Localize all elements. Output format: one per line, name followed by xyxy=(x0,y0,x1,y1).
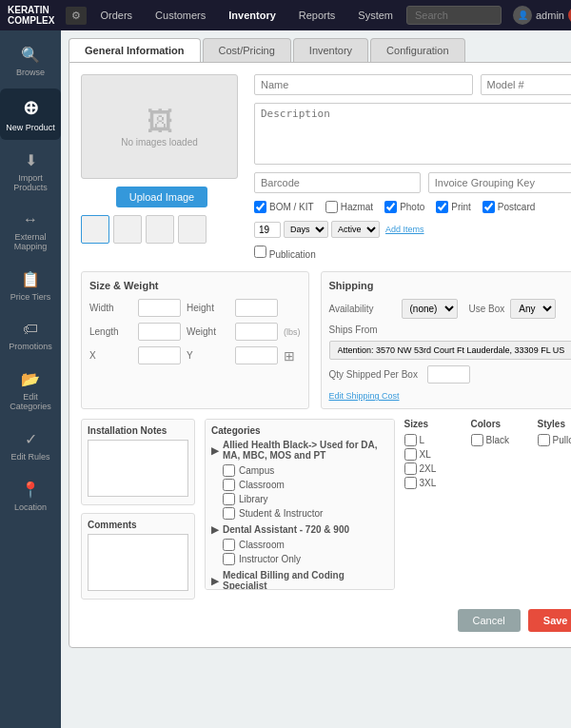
name-model-row xyxy=(254,74,571,95)
logo: KERATIN COMPLEX xyxy=(8,5,54,26)
arrow-icon-3: ▶ xyxy=(211,576,219,586)
nav-customers[interactable]: Customers xyxy=(146,6,215,25)
ships-from-select[interactable]: Attention: 3570 NW 53rd Court Ft Lauderd… xyxy=(329,341,572,360)
save-button[interactable]: Save xyxy=(528,609,571,632)
weight-input[interactable] xyxy=(235,323,278,341)
thumbnail-1[interactable] xyxy=(81,215,109,244)
length-weight-row: Length Weight (lbs) xyxy=(89,323,301,341)
comments-box: Comments xyxy=(81,513,195,600)
user-name: admin xyxy=(536,10,564,21)
thumbnail-3[interactable] xyxy=(146,215,174,244)
size-2XL[interactable]: 2XL xyxy=(404,462,462,476)
sidebar: 🔍 Browse ⊕ New Product ⬇ Import Products… xyxy=(0,30,61,728)
tab-bar: General Information Cost/Pricing Invento… xyxy=(69,38,571,62)
sidebar-item-import[interactable]: ⬇ Import Products xyxy=(0,144,61,200)
user-area: 👤 admin 10 xyxy=(513,6,571,25)
thumbnail-4[interactable] xyxy=(178,215,207,244)
x-input[interactable] xyxy=(138,346,181,364)
description-input[interactable] xyxy=(254,103,571,165)
qty-row: Qty Shipped Per Box xyxy=(329,365,572,384)
cat-instructor[interactable]: Instructor Only xyxy=(211,552,388,566)
width-input[interactable] xyxy=(138,299,181,317)
cat-student[interactable]: Student & Instructor xyxy=(211,506,388,521)
sidebar-item-browse[interactable]: 🔍 Browse xyxy=(0,38,61,85)
size-3XL[interactable]: 3XL xyxy=(404,476,462,490)
category-group-2: ▶ Dental Assistant - 720 & 900 xyxy=(211,524,388,535)
search-input[interactable] xyxy=(406,6,502,25)
cancel-button[interactable]: Cancel xyxy=(458,609,521,632)
use-box-select[interactable]: Any xyxy=(510,299,556,319)
tab-cost[interactable]: Cost/Pricing xyxy=(203,38,291,62)
fields-section: BOM / KIT Hazmat Photo Print Postcar xyxy=(254,74,571,260)
cat-campus[interactable]: Campus xyxy=(211,463,388,478)
height-input[interactable] xyxy=(235,299,278,317)
form-container: 🖼 No images loaded Upload Image xyxy=(69,62,571,648)
sidebar-item-external[interactable]: ↔ External Mapping xyxy=(0,204,61,259)
shipping-panel: Shipping Availability (none) Use Box Any… xyxy=(321,271,572,409)
size-weight-panel: Size & Weight Width Height Length Weight… xyxy=(81,271,309,409)
import-icon: ⬇ xyxy=(25,151,37,169)
comments-input[interactable] xyxy=(88,534,188,591)
availability-select[interactable]: (none) xyxy=(402,299,458,319)
days-input[interactable] xyxy=(254,222,281,238)
hazmat-checkbox[interactable]: Hazmat xyxy=(325,201,373,213)
top-nav: KERATIN COMPLEX ⚙ Orders Customers Inven… xyxy=(0,0,571,30)
print-checkbox[interactable]: Print xyxy=(436,201,471,213)
upload-image-button[interactable]: Upload Image xyxy=(116,187,208,207)
gear-button[interactable]: ⚙ xyxy=(66,7,87,25)
color-black[interactable]: Black xyxy=(471,433,528,447)
size-XL[interactable]: XL xyxy=(404,447,462,462)
qty-input[interactable] xyxy=(427,365,470,384)
bom-kit-checkbox[interactable]: BOM / KIT xyxy=(254,201,314,213)
styles-panel: Styles Pullover xyxy=(538,419,572,600)
nav-reports[interactable]: Reports xyxy=(289,6,345,25)
ships-from-row: Ships From Attention: 3570 NW 53rd Court… xyxy=(329,325,572,360)
promotions-icon: 🏷 xyxy=(23,321,38,338)
browse-icon: 🔍 xyxy=(21,46,40,64)
length-input[interactable] xyxy=(138,323,181,341)
cat-library[interactable]: Library xyxy=(211,492,388,506)
active-select[interactable]: Active xyxy=(331,221,380,238)
edit-shipping-link[interactable]: Edit Shipping Cost xyxy=(329,391,400,401)
price-icon: 📋 xyxy=(21,270,40,288)
tab-inventory[interactable]: Inventory xyxy=(293,38,368,62)
size-L[interactable]: L xyxy=(404,433,462,447)
sidebar-item-rules[interactable]: ✓ Edit Rules xyxy=(0,423,61,469)
name-input[interactable] xyxy=(254,74,473,95)
tab-configuration[interactable]: Configuration xyxy=(370,38,464,62)
publication-checkbox[interactable]: Publication xyxy=(254,246,316,260)
arrow-icon-1: ▶ xyxy=(211,445,219,456)
y-input[interactable] xyxy=(235,346,278,364)
thumbnail-2[interactable] xyxy=(113,215,142,244)
tab-general[interactable]: General Information xyxy=(69,38,201,62)
options-row: BOM / KIT Hazmat Photo Print Postcar xyxy=(254,201,571,213)
photo-checkbox[interactable]: Photo xyxy=(384,201,424,213)
postcard-checkbox[interactable]: Postcard xyxy=(482,201,535,213)
sidebar-item-categories[interactable]: 📂 Edit Categories xyxy=(0,363,61,419)
cat-classroom-2[interactable]: Classroom xyxy=(211,538,388,552)
model-input[interactable] xyxy=(481,74,572,95)
image-section: 🖼 No images loaded Upload Image xyxy=(81,74,243,260)
thumbnail-row xyxy=(81,215,243,244)
nav-inventory[interactable]: Inventory xyxy=(219,6,286,25)
grid-icon: ⊞ xyxy=(284,348,295,364)
nav-system[interactable]: System xyxy=(348,6,403,25)
rules-icon: ✓ xyxy=(25,430,37,448)
invoice-grouping-input[interactable] xyxy=(428,172,571,193)
availability-row: Availability (none) Use Box Any xyxy=(329,299,572,319)
cat-classroom-1[interactable]: Classroom xyxy=(211,478,388,492)
style-pullover[interactable]: Pullover xyxy=(538,433,572,447)
installation-notes-input[interactable] xyxy=(88,440,188,497)
bottom-section: Installation Notes Comments Categories ▶… xyxy=(81,419,571,600)
external-icon: ↔ xyxy=(23,211,38,228)
sidebar-item-location[interactable]: 📍 Location xyxy=(0,473,61,520)
sidebar-item-new-product[interactable]: ⊕ New Product xyxy=(0,89,61,140)
add-items-link[interactable]: Add Items xyxy=(385,225,424,234)
nav-orders[interactable]: Orders xyxy=(90,6,142,25)
top-section: 🖼 No images loaded Upload Image xyxy=(81,74,571,260)
sidebar-item-price[interactable]: 📋 Price Tiers xyxy=(0,263,61,309)
sidebar-item-promotions[interactable]: 🏷 Promotions xyxy=(0,313,61,359)
days-select[interactable]: Days xyxy=(284,221,328,238)
new-product-icon: ⊕ xyxy=(23,96,39,119)
barcode-input[interactable] xyxy=(254,172,421,193)
